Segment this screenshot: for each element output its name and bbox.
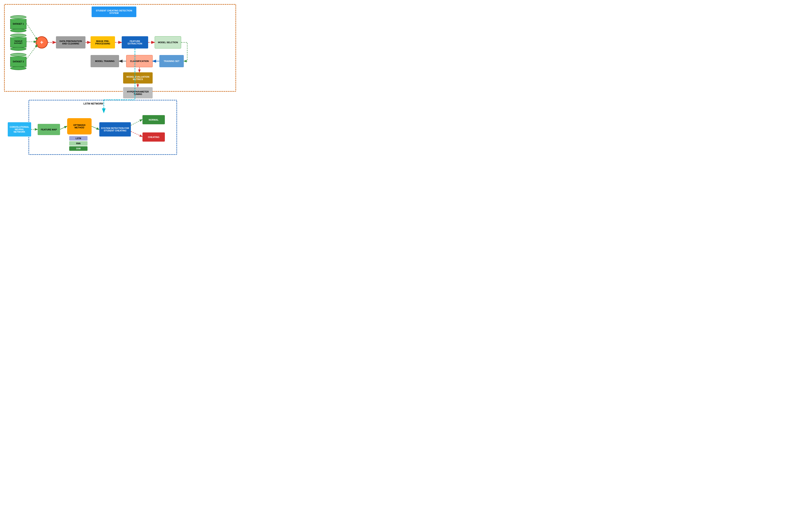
image-pre-box: IMAGE PRE-PROCESSING <box>91 36 115 49</box>
cheating-label: CHEATING <box>148 136 160 138</box>
dataset-7wise-cylinder: 7WISEUP DATASET <box>10 34 26 51</box>
dataset7wise-label: 7WISEUP DATASET <box>10 40 26 44</box>
cnn-label: CONVOLUTIONAL NEURAL NETWORK <box>9 126 30 133</box>
svm-sub-box: SVM <box>69 146 88 151</box>
merge-circle <box>36 36 48 49</box>
training-set-label: TRAINING SET <box>164 60 179 62</box>
training-set-box: TRAINING SET <box>160 55 184 67</box>
data-prep-label: DATA PREPARATION AND CLEANING <box>58 40 84 45</box>
hyperparameter-label: HYPERPARAMETER TUNING <box>125 90 151 96</box>
system-detect-label: SYSTEM DETECTION FOR STUDENT CHEATING <box>101 127 129 132</box>
hyperparameter-box: HYPERPARAMETER TUNING <box>123 87 153 99</box>
sub-boxes-container: LSTM RNN SVM <box>69 136 88 151</box>
system-detect-box: SYSTEM DETECTION FOR STUDENT CHEATING <box>99 122 131 136</box>
cheating-box: CHEATING <box>142 132 165 142</box>
classification-label: CLASSIFICATION <box>130 60 149 62</box>
lstm-network-label: LSTM NETWORK <box>83 102 104 105</box>
cylinder3-body: DATASET 2 <box>10 57 26 67</box>
dataset2-label: DATASET 2 <box>13 60 24 63</box>
title-label: STUDENT CHEATING DETECTION SYSTEM <box>93 9 135 14</box>
model-sel-label: MODEL SELCTION <box>158 41 178 44</box>
dataset1-cylinder: DATASET 1 <box>10 15 26 32</box>
dataset1-label: DATASET 1 <box>13 23 24 25</box>
lstm-sub-label: LSTM <box>76 137 81 140</box>
lstm-label-text: LSTM NETWORK <box>83 102 104 105</box>
cylinder1-top <box>10 15 26 19</box>
title-box: STUDENT CHEATING DETECTION SYSTEM <box>92 6 136 17</box>
cylinder2-bottom <box>10 47 26 51</box>
model-eval-label: MODEL EVALUATION METRICS <box>125 76 151 80</box>
image-pre-label: IMAGE PRE-PROCESSING <box>92 40 113 45</box>
model-train-box: MODEL TRAINING <box>91 55 119 67</box>
feature-ext-label: FEATURE EXTRACTION <box>123 40 147 45</box>
lstm-sub-box: LSTM <box>69 136 88 141</box>
rnn-sub-label: RNN <box>76 142 81 145</box>
cylinder2-top <box>10 34 26 37</box>
main-diagram: STUDENT CHEATING DETECTION SYSTEM DATASE… <box>4 4 240 151</box>
feature-ext-box: FEATURE EXTRACTION <box>122 36 148 49</box>
cylinder1-body: DATASET 1 <box>10 19 26 29</box>
model-sel-box: MODEL SELCTION <box>155 36 181 49</box>
normal-label: NORMAL <box>149 118 158 121</box>
cylinder3-top <box>10 53 26 57</box>
cylinder3-bottom <box>10 66 26 70</box>
feature-map-box: FEATURE MAP <box>38 124 60 135</box>
cnn-box: CONVOLUTIONAL NEURAL NETWORK <box>8 122 31 136</box>
cylinder1-bottom <box>10 29 26 32</box>
feature-map-label: FEATURE MAP <box>41 128 57 131</box>
dataset2-cylinder: DATASET 2 <box>10 53 26 70</box>
data-prep-box: DATA PREPARATION AND CLEANING <box>56 36 85 49</box>
rnn-sub-box: RNN <box>69 141 88 146</box>
cylinder2-body: 7WISEUP DATASET <box>10 37 26 48</box>
model-eval-box: MODEL EVALUATION METRICS <box>123 72 153 84</box>
normal-box: NORMAL <box>142 115 165 124</box>
model-train-label: MODEL TRAINING <box>95 60 115 62</box>
classification-box: CLASSIFICATION <box>126 55 153 67</box>
svm-sub-label: SVM <box>76 147 81 150</box>
optimized-box: OPTIMIZED METHOD <box>67 118 92 134</box>
optimized-label: OPTIMIZED METHOD <box>69 124 90 129</box>
